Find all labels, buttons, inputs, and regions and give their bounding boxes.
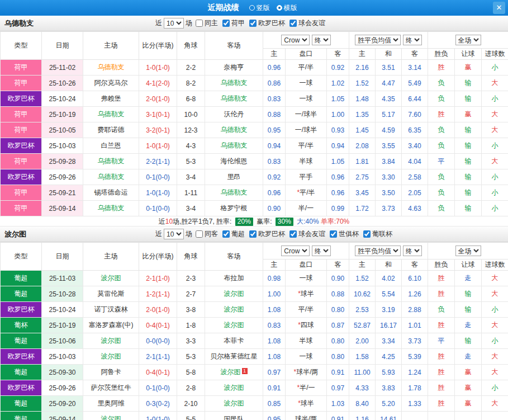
filter-checkbox[interactable]: 同主	[196, 18, 218, 28]
avg-group-header: 胜平负均值 终	[349, 32, 428, 49]
home-team[interactable]: 诺丁汉森林	[83, 302, 139, 318]
filter-checkbox[interactable]: 球会友谊	[289, 18, 325, 28]
home-team[interactable]: 波尔图	[83, 412, 139, 420]
odds-time-select[interactable]: 终	[312, 35, 331, 45]
home-team[interactable]: 阿尔克马尔	[83, 75, 139, 91]
odds-home: 0.96	[263, 185, 286, 201]
away-team[interactable]: 波尔图1	[205, 365, 263, 380]
handicap: 一/球半	[286, 122, 327, 138]
away-team[interactable]: 波尔图	[205, 380, 263, 396]
avg-time-select[interactable]: 终	[403, 35, 422, 45]
home-team[interactable]: 阿鲁卡	[83, 365, 139, 380]
filter-checkbox[interactable]: 欧罗巴杯	[249, 18, 285, 28]
match-count-select[interactable]: 10	[164, 229, 184, 239]
filter-checkbox[interactable]: 葡联杯	[363, 229, 392, 239]
avg-source-select[interactable]: 胜平负均值	[355, 246, 401, 256]
col-result: 胜负	[428, 259, 455, 271]
goals-result: 小	[482, 333, 508, 349]
away-team[interactable]: 乌德勒支	[205, 75, 263, 91]
home-team[interactable]: 莫雷伦斯	[83, 286, 139, 302]
home-team[interactable]: 波尔图	[83, 333, 139, 349]
away-team[interactable]: 波尔图	[205, 302, 263, 318]
filter-checkbox[interactable]: 荷甲	[222, 18, 245, 28]
odds-away: 0.80	[327, 349, 349, 365]
avg-source-select[interactable]: 胜平负均值	[355, 35, 401, 45]
odds-source-select[interactable]: Crow	[281, 35, 310, 45]
away-team[interactable]: 奈梅亨	[205, 60, 263, 75]
games-label: 场	[186, 18, 192, 28]
corner-score: 1-8	[177, 318, 205, 333]
home-team[interactable]: 乌德勒支	[83, 60, 139, 75]
checkbox-input[interactable]	[196, 230, 203, 238]
away-team[interactable]: 布拉加	[205, 271, 263, 286]
layout-radio-horizontal[interactable]: 横版	[277, 3, 297, 13]
avg-time-select[interactable]: 终	[403, 246, 422, 256]
checkbox-input[interactable]	[289, 20, 297, 27]
away-team[interactable]: 乌德勒支	[205, 138, 263, 154]
checkbox-input[interactable]	[249, 230, 257, 238]
home-team[interactable]: 波尔图	[83, 271, 139, 286]
home-team[interactable]: 乌德勒支	[83, 154, 139, 169]
col-odds-home: 主	[263, 49, 286, 60]
away-team[interactable]: 波尔图	[205, 286, 263, 302]
checkbox-input[interactable]	[330, 230, 337, 238]
away-team[interactable]: 格罗宁根	[205, 201, 263, 216]
filter-checkbox[interactable]: 世俱杯	[330, 229, 359, 239]
away-team[interactable]: 乌德勒支	[205, 185, 263, 201]
match-row: 荷甲25-09-28乌德勒支2-2(1-1)5-3海伦维恩0.83半球1.051…	[1, 154, 508, 169]
home-team[interactable]: 锡塔德命运	[83, 185, 139, 201]
home-team[interactable]: 费耶诺德	[83, 122, 139, 138]
scope-select[interactable]: 全场	[455, 35, 481, 45]
filter-checkbox[interactable]: 球会友谊	[289, 229, 325, 239]
away-team[interactable]: 波尔图	[205, 396, 263, 412]
home-team[interactable]: 萨尔茨堡红牛	[83, 380, 139, 396]
handicap: 一/球半	[286, 107, 327, 122]
checkbox-input[interactable]	[222, 230, 230, 238]
filter-checkbox[interactable]: 欧罗巴杯	[249, 229, 285, 239]
home-team[interactable]: 塞洛罗森塞(中)	[83, 318, 139, 333]
home-team[interactable]: 乌德勒支	[83, 107, 139, 122]
away-team[interactable]: 海伦维恩	[205, 154, 263, 169]
filter-checkbox[interactable]: 葡超	[222, 229, 245, 239]
away-team[interactable]: 乌德勒支	[205, 91, 263, 107]
odds-home: 0.90	[263, 201, 286, 216]
score: 4-1(2-0)	[139, 75, 177, 91]
checkbox-input[interactable]	[289, 230, 297, 238]
odds-time-select[interactable]: 终	[312, 246, 331, 256]
odds-source-select[interactable]: Crow	[281, 246, 310, 256]
match-count-select[interactable]: 10	[164, 18, 184, 29]
checkbox-input[interactable]	[249, 20, 257, 27]
away-team[interactable]: 沃伦丹	[205, 107, 263, 122]
match-row: 荷甲25-11-02乌德勒支1-0(1-0)2-2奈梅亨0.96平/半0.922…	[1, 60, 508, 75]
score: 1-0(1-0)	[139, 138, 177, 154]
home-team[interactable]: 弗赖堡	[83, 91, 139, 107]
full-group-header: 全场	[428, 32, 508, 49]
checkbox-input[interactable]	[363, 230, 371, 238]
home-team[interactable]: 里奥阿维	[83, 396, 139, 412]
home-team[interactable]: 乌德勒支	[83, 169, 139, 185]
match-row: 欧罗巴杯25-09-26萨尔茨堡红牛0-1(0-0)2-8波尔图0.91*半/一…	[1, 380, 508, 396]
checkbox-input[interactable]	[196, 20, 203, 27]
avg-home: 3.45	[349, 185, 376, 201]
scope-select[interactable]: 全场	[455, 246, 481, 256]
away-team[interactable]: 乌德勒支	[205, 122, 263, 138]
close-button[interactable]: ✕	[493, 2, 505, 14]
away-team[interactable]: 里昂	[205, 169, 263, 185]
away-team[interactable]: 波尔图	[205, 318, 263, 333]
away-team[interactable]: 国民队	[205, 412, 263, 420]
home-team[interactable]: 乌德勒支	[83, 201, 139, 216]
avg-draw: 3.73	[376, 201, 402, 216]
checkbox-label: 葡联杯	[372, 229, 392, 239]
handicap: 平手	[286, 169, 327, 185]
filter-checkbox[interactable]: 同客	[196, 229, 218, 239]
layout-radio-vertical[interactable]: 竖版	[249, 3, 270, 13]
avg-draw: 3.50	[376, 185, 402, 201]
col-away: 客场	[205, 32, 263, 60]
col-type: 类型	[1, 32, 42, 60]
away-team[interactable]: 贝尔格莱德红星	[205, 349, 263, 365]
home-team[interactable]: 波尔图	[83, 349, 139, 365]
home-team[interactable]: 白兰恩	[83, 138, 139, 154]
odds-away: 0.91	[327, 412, 349, 420]
away-team[interactable]: 本菲卡	[205, 333, 263, 349]
checkbox-input[interactable]	[222, 20, 230, 27]
